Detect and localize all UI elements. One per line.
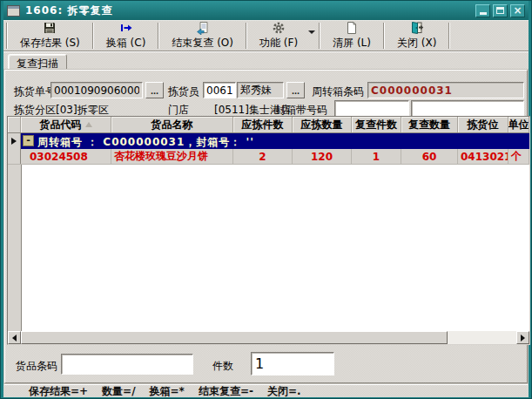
window-title: 1606: 拆零复查 [25,3,470,18]
scroll-left-button[interactable] [8,331,21,344]
group-row-text: 周转箱号 ： C000000031，封箱号： '' [36,133,256,149]
grid-header-should-pick-pieces[interactable]: 应拣件数 [233,117,293,132]
row-selector-cell [8,149,21,164]
goods-barcode-label: 货品条码 [16,359,57,374]
app-icon [7,5,20,17]
page-arrow-icon [196,21,210,35]
current-row-indicator [8,133,21,149]
cell-should-pick-pieces: 2 [233,149,293,164]
grid-header-recheck-qty[interactable]: 复查数量 [401,117,458,132]
change-box-button[interactable]: 换箱 (C) [95,21,158,51]
grid-header-code-label: 货品代码 [40,118,82,132]
grid-header-row: 货品代码 货品名称 应拣件数 应拣数量 复查件数 复查数量 拣货位 单位 [8,117,529,133]
pieces-label: 件数 [212,359,233,374]
seal-number-input-2[interactable] [411,100,524,117]
save-results-label: 保存结果 (S) [20,36,80,51]
gear-icon [272,21,286,35]
status-bar: 保存结果=+ 数量=/ 换箱=* 结束复查=- 关闭=. [4,383,528,399]
toolbar-separator [383,23,385,49]
collapse-group-button[interactable]: - [23,135,34,146]
picker-label: 拣货员 [168,85,199,99]
tab-recheck-scan[interactable]: 复查扫描 [8,54,67,70]
maximize-button[interactable] [493,4,508,17]
change-box-label: 换箱 (C) [106,36,146,51]
tote-barcode-input[interactable] [367,82,524,98]
close-window-button[interactable]: 关闭 (X) [386,21,448,51]
scrollbar-thumb[interactable] [21,331,448,344]
cell-recheck-pieces: 1 [352,149,401,164]
cell-name: 杏花楼玫瑰豆沙月饼 [111,149,233,164]
app-window: 1606: 拆零复查 × 保存结果 (S) 换箱 (C) [0,0,532,399]
end-recheck-label: 结束复查 (O) [172,36,233,51]
pick-order-browse-button[interactable]: ... [145,82,164,98]
recheck-scan-panel: 拣货单号 ... 拣货员 ... 周转箱条码 拣货分区 [03]拆零区 门店 [… [4,70,528,383]
hotkey-save: 保存结果=+ [29,384,88,399]
grid-horizontal-scrollbar[interactable] [8,331,529,344]
cell-should-pick-qty: 120 [293,149,352,164]
recheck-grid: 货品代码 货品名称 应拣件数 应拣数量 复查件数 复查数量 拣货位 单位 - 周… [7,116,530,345]
exit-door-icon [410,21,424,35]
grid-header-should-pick-qty[interactable]: 应拣数量 [293,117,352,132]
toolbar-separator [448,23,450,49]
sort-ascending-icon [85,122,92,127]
close-button[interactable]: × [510,4,525,17]
minimize-icon [480,12,487,15]
clear-screen-label: 清屏 (L) [333,36,371,51]
grid-header-code[interactable]: 货品代码 [21,117,111,132]
functions-button[interactable]: 功能 (F) [248,21,318,51]
bar-arrow-icon [119,21,133,35]
row-arrow-icon [11,138,17,145]
picker-browse-button[interactable]: ... [286,82,305,98]
dropdown-arrow-icon[interactable] [308,30,315,34]
blank-page-icon [345,21,359,35]
pieces-input[interactable] [251,352,334,375]
toolbar: 保存结果 (S) 换箱 (C) 结束复查 (O) 功 [3,21,529,51]
hotkey-close: 关闭=. [267,384,301,399]
grid-group-row[interactable]: - 周转箱号 ： C000000031，封箱号： '' [8,133,529,149]
toolbar-separator [158,23,159,49]
scroll-left-icon [12,335,17,342]
titlebar[interactable]: 1606: 拆零复查 × [3,1,529,20]
close-icon: × [513,5,522,16]
grid-empty-area [8,165,529,331]
goods-barcode-input[interactable] [61,354,193,375]
pick-order-label: 拣货单号 [14,85,56,99]
scroll-right-icon [521,335,525,342]
cell-recheck-qty: 60 [401,149,458,164]
minimize-button[interactable] [475,4,490,17]
functions-label: 功能 (F) [259,36,298,51]
scroll-right-button[interactable] [516,331,529,344]
save-results-button[interactable]: 保存结果 (S) [9,21,91,51]
end-recheck-button[interactable]: 结束复查 (O) [160,21,245,51]
toolbar-separator [319,23,320,49]
hotkey-end-recheck: 结束复查=- [199,384,253,399]
grid-header-recheck-pieces[interactable]: 复查件数 [352,117,401,132]
cell-code: 03024508 [21,149,111,164]
cell-pick-location: 04130212 [458,149,508,164]
picker-name-input[interactable] [237,82,284,98]
floppy-disk-icon [43,21,57,35]
hotkey-qty: 数量=/ [102,384,135,399]
maximize-icon [496,7,504,14]
close-window-label: 关闭 (X) [397,36,436,51]
pick-order-input[interactable] [51,82,143,98]
seal-number-input-1[interactable] [334,100,409,117]
clear-screen-button[interactable]: 清屏 (L) [321,21,382,51]
window-body: 保存结果 (S) 换箱 (C) 结束复查 (O) 功 [3,20,529,397]
grid-header-unit[interactable]: 单位 [508,117,529,132]
cell-unit: 个 [508,149,529,164]
grid-header-selector [8,117,21,132]
toolbar-separator [92,23,94,49]
tote-barcode-label: 周转箱条码 [312,85,364,99]
grid-data-row[interactable]: 03024508 杏花楼玫瑰豆沙月饼 2 120 1 60 04130212 个 [8,149,529,165]
toolbar-separator [246,23,247,49]
grid-header-name[interactable]: 货品名称 [111,117,233,132]
toolbar-separator [6,23,8,49]
hotkey-change-box: 换箱=* [150,384,185,399]
tab-strip: 复查扫描 [3,53,529,70]
picker-code-input[interactable] [203,82,236,98]
grid-header-pick-location[interactable]: 拣货位 [458,117,508,132]
scrollbar-track[interactable] [448,331,516,344]
